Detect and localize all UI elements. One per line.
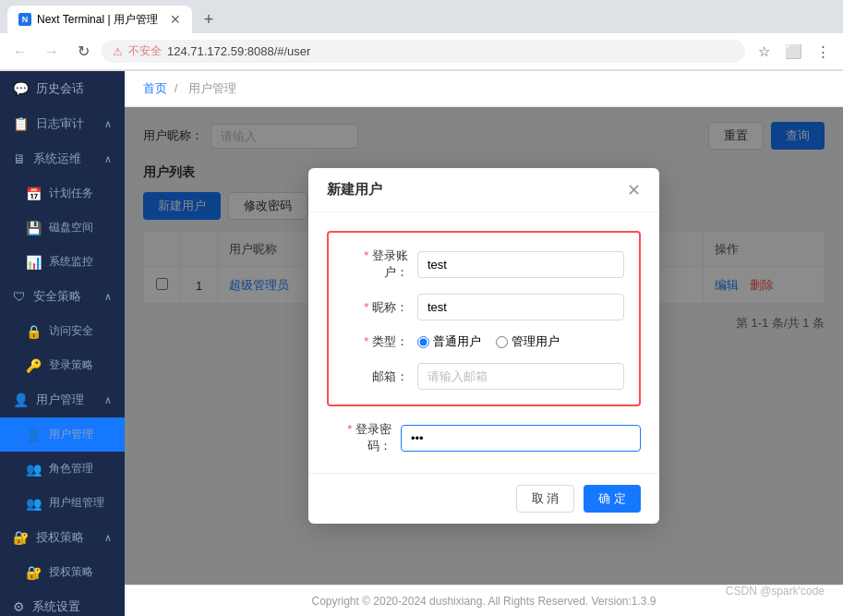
main-content: 用户昵称： 重置 查询 用户列表 新建用户 修改密码 重置双因认证 ↺ [125,107,843,585]
refresh-button[interactable]: ↻ [70,39,96,65]
sidebar-item-disk[interactable]: 💾 磁盘空间 [0,211,125,245]
ops-chevron: ∧ [104,153,112,165]
modal-overlay: 新建用户 ✕ 登录账户： 昵称： [125,107,843,585]
sidebar-item-ops[interactable]: 🖥 系统运维 ∧ [0,141,125,176]
modal-close-button[interactable]: ✕ [627,182,641,199]
breadcrumb-separator: / [175,81,178,95]
sidebar-item-role[interactable]: 👥 角色管理 [0,452,125,486]
sys-settings-icon: ⚙ [13,599,25,614]
nav-actions: ☆ ⬜ ⋮ [751,39,836,65]
tab-label: Next Terminal | 用户管理 [37,12,158,28]
sidebar-item-user-mgmt[interactable]: 👤 用户管理 ∧ [0,382,125,417]
history-icon: 💬 [13,81,29,96]
modal-body: 登录账户： 昵称： 类型： [308,212,659,473]
modal-footer: 取 消 确 定 [308,473,659,524]
sidebar-label-auth: 授权策略 [49,564,93,580]
sidebar-item-user-group[interactable]: 👥 用户组管理 [0,486,125,520]
radio-normal-option[interactable]: 普通用户 [417,333,481,350]
confirm-button[interactable]: 确 定 [584,485,641,513]
auth-policy-icon: 🔐 [13,530,29,545]
account-label: 登录账户： [343,248,408,281]
monitor-icon: 📊 [26,255,42,270]
browser-tab[interactable]: N Next Terminal | 用户管理 ✕ [7,6,192,33]
radio-admin-label: 管理用户 [512,333,560,350]
sidebar-label-role: 角色管理 [49,461,93,477]
user-list-icon: 👤 [26,428,42,442]
menu-icon[interactable]: ⋮ [810,39,836,65]
sidebar-item-schedule[interactable]: 📅 计划任务 [0,176,125,211]
forward-button[interactable]: → [39,39,65,65]
type-field: 类型： 普通用户 管理用户 [343,333,624,350]
tab-close-button[interactable]: ✕ [170,13,181,26]
sidebar-item-auth[interactable]: 🔐 授权策略 [0,555,125,589]
security-chevron: ∧ [104,291,112,303]
sidebar-label-security: 安全策略 [33,288,81,305]
sidebar-item-login-policy[interactable]: 🔑 登录策略 [0,348,125,382]
radio-normal-label: 普通用户 [433,333,481,350]
disk-icon: 💾 [26,221,42,236]
sidebar-label-user-list: 用户管理 [49,427,93,442]
schedule-icon: 📅 [26,187,42,201]
breadcrumb-home[interactable]: 首页 [143,81,167,95]
extensions-icon[interactable]: ⬜ [780,39,806,65]
email-label: 邮箱： [343,368,408,385]
user-group-icon: 👥 [26,496,42,511]
type-radio-group: 普通用户 管理用户 [417,333,560,350]
back-button[interactable]: ← [7,39,33,65]
login-policy-icon: 🔑 [26,358,42,373]
audit-icon: 📋 [13,116,29,131]
sidebar-label-schedule: 计划任务 [49,186,93,201]
sidebar-item-user-list[interactable]: 👤 用户管理 [0,417,125,452]
sidebar-label-audit: 日志审计 [36,115,84,132]
sidebar-item-monitor[interactable]: 📊 系统监控 [0,245,125,279]
footer-text: Copyright © 2020-2024 dushixiang. All Ri… [311,595,656,608]
audit-chevron: ∧ [104,118,112,130]
tab-favicon: N [18,13,31,26]
auth-icon: 🔐 [26,565,42,580]
radio-admin[interactable] [496,336,508,348]
sidebar-item-sys-settings[interactable]: ⚙ 系统设置 [0,589,125,616]
sidebar-label-access: 访问安全 [49,323,93,339]
sidebar-label-user-mgmt: 用户管理 [36,392,84,408]
nickname-label: 昵称： [343,299,408,316]
lock-icon: ⚠ [113,45,123,58]
password-field: 登录密码： [327,421,641,454]
password-input[interactable] [401,425,641,452]
breadcrumb-current: 用户管理 [188,81,236,95]
nickname-input[interactable] [417,294,624,320]
sidebar-label-login-policy: 登录策略 [49,357,93,373]
email-input[interactable] [417,363,624,390]
modal-header: 新建用户 ✕ [308,168,659,212]
account-input[interactable] [417,251,624,278]
sidebar-label-monitor: 系统监控 [49,254,93,270]
nav-bar: ← → ↻ ⚠ 不安全 124.71.172.59:8088/#/user ☆ … [0,33,843,70]
tab-bar: N Next Terminal | 用户管理 ✕ + [0,0,843,33]
address-bar[interactable]: ⚠ 不安全 124.71.172.59:8088/#/user [102,40,745,63]
user-mgmt-icon: 👤 [13,393,29,407]
browser-chrome: N Next Terminal | 用户管理 ✕ + ← → ↻ ⚠ 不安全 1… [0,0,843,71]
auth-policy-chevron: ∧ [104,532,112,544]
nickname-field: 昵称： [343,294,624,320]
type-label: 类型： [343,333,408,350]
security-label: 不安全 [128,43,162,59]
breadcrumb: 首页 / 用户管理 [125,71,843,107]
sidebar-item-access[interactable]: 🔒 访问安全 [0,314,125,348]
sidebar: 💬 历史会话 📋 日志审计 ∧ 🖥 系统运维 ∧ 📅 计划任务 💾 磁盘空间 📊… [0,71,125,616]
access-icon: 🔒 [26,324,42,339]
cancel-button[interactable]: 取 消 [516,485,575,513]
new-tab-button[interactable]: + [196,6,222,32]
sidebar-label-disk: 磁盘空间 [49,220,93,236]
account-field: 登录账户： [343,248,624,281]
content-area: 首页 / 用户管理 用户昵称： 重置 查询 用户列表 新建用户 修改 [125,71,843,616]
sidebar-item-auth-policy[interactable]: 🔐 授权策略 ∧ [0,520,125,555]
sidebar-item-audit[interactable]: 📋 日志审计 ∧ [0,106,125,141]
sidebar-item-security[interactable]: 🛡 安全策略 ∧ [0,279,125,314]
modal-title: 新建用户 [327,181,382,199]
sidebar-label-history: 历史会话 [36,80,84,97]
radio-admin-option[interactable]: 管理用户 [496,333,560,350]
sidebar-item-history[interactable]: 💬 历史会话 [0,71,125,106]
bookmark-icon[interactable]: ☆ [751,39,777,65]
ops-icon: 🖥 [13,151,26,166]
user-mgmt-chevron: ∧ [104,394,112,406]
radio-normal[interactable] [417,336,429,348]
